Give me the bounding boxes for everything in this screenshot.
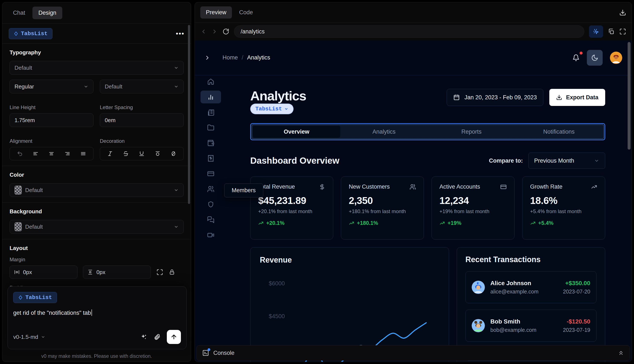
expand-margin-icon[interactable] — [156, 269, 163, 276]
tab-preview[interactable]: Preview — [200, 6, 232, 18]
chevron-down-icon — [594, 158, 599, 164]
url-input[interactable]: /analytics — [234, 25, 584, 38]
composer-input[interactable]: get rid of the "notifications" tab — [13, 310, 181, 316]
font-family-select[interactable]: Default — [10, 61, 184, 74]
download-icon[interactable] — [619, 9, 626, 16]
tab-overview[interactable]: Overview — [253, 126, 340, 138]
credit-card-icon — [207, 170, 214, 177]
sidebar-item-wallet[interactable] — [200, 136, 221, 150]
tab-design[interactable]: Design — [33, 6, 62, 19]
sidebar-item-messages[interactable] — [200, 213, 221, 226]
chevron-down-icon — [41, 334, 46, 339]
forward-icon[interactable] — [211, 28, 218, 35]
date-range-button[interactable]: Jan 20, 2023 - Feb 09, 2023 — [447, 89, 543, 106]
component-label-pill[interactable]: TabsList — [250, 104, 293, 114]
sidebar-item-video[interactable] — [200, 229, 221, 242]
transaction-amount: -$120.50 — [563, 318, 590, 325]
export-data-button[interactable]: Export Data — [549, 89, 605, 106]
chat-composer[interactable]: TabsList get rid of the "notifications" … — [8, 286, 187, 349]
trending-up-icon — [258, 220, 264, 226]
margin-x-input[interactable]: 0px — [10, 266, 78, 279]
sidebar-item-files[interactable] — [200, 121, 221, 134]
align-right-icon[interactable] — [64, 151, 70, 157]
preview-code-tabbar: Preview Code — [195, 2, 632, 23]
preview-viewport: Home / Analytics — [195, 40, 632, 362]
users-icon — [410, 184, 416, 190]
compare-select[interactable]: Previous Month — [528, 152, 605, 169]
letter-spacing-input[interactable]: 0em — [100, 114, 184, 127]
background-select[interactable]: Default — [10, 220, 184, 234]
strikethrough-icon[interactable] — [123, 151, 129, 157]
stats-grid: Total Revenue $45,231.89 +20.1% from las… — [250, 176, 605, 240]
sidebar-item-security[interactable] — [200, 198, 221, 211]
sidebar-item-analytics[interactable] — [200, 90, 221, 103]
avatar-image — [610, 52, 622, 64]
folder-icon — [207, 124, 214, 131]
copy-icon[interactable] — [608, 28, 614, 35]
tab-chat[interactable]: Chat — [7, 6, 31, 19]
select-cursor-button[interactable] — [589, 25, 603, 38]
decoration-toolbar — [100, 147, 184, 160]
lock-margin-icon[interactable] — [169, 269, 175, 275]
left-panel-scrollbar[interactable] — [188, 25, 190, 204]
transaction-row[interactable]: Alice Johnson alice@example.com +$350.00… — [465, 271, 596, 303]
fullscreen-icon[interactable] — [619, 28, 626, 35]
back-icon[interactable] — [200, 28, 207, 35]
align-left-icon[interactable] — [33, 151, 39, 157]
breadcrumb-home[interactable]: Home — [222, 54, 238, 61]
console-bar[interactable]: Console — [196, 345, 630, 360]
revenue-chart-card: Revenue $6000 $4500 $3000 — [250, 247, 449, 362]
sidebar-item-news[interactable] — [200, 106, 221, 119]
sidebar-item-home[interactable] — [200, 75, 221, 88]
letter-spacing-label: Letter Spacing — [100, 104, 184, 110]
sidebar-item-invoices[interactable] — [200, 152, 221, 165]
notifications-button[interactable] — [572, 54, 580, 62]
tab-analytics[interactable]: Analytics — [340, 126, 428, 138]
tab-code[interactable]: Code — [234, 6, 258, 18]
align-justify-icon[interactable] — [80, 151, 86, 157]
sparkles-icon[interactable] — [140, 334, 147, 340]
stat-card-growth-rate[interactable]: Growth Rate 18.6% +5.4% from last month … — [522, 176, 605, 240]
line-height-input[interactable]: 1.75rem — [10, 114, 93, 127]
chevron-down-icon — [284, 107, 288, 111]
underline-icon[interactable] — [139, 151, 145, 157]
font-weight-select[interactable]: Regular — [10, 80, 93, 93]
tab-notifications[interactable]: Notifications — [515, 126, 603, 138]
sidebar-toggle-icon[interactable] — [204, 54, 211, 61]
selected-component-badge[interactable]: TabsList — [9, 28, 53, 39]
undo-icon[interactable] — [17, 151, 23, 157]
more-options-icon[interactable]: ••• — [176, 30, 185, 37]
color-select[interactable]: Default — [10, 183, 184, 197]
overline-icon[interactable] — [155, 151, 161, 157]
color-section: Color Default — [2, 166, 191, 203]
none-slash-icon[interactable] — [170, 151, 176, 157]
stat-card-active-accounts[interactable]: Active Accounts 12,234 +19% from last mo… — [432, 176, 515, 240]
preview-scrollbar[interactable] — [627, 42, 630, 150]
transaction-email: bob@example.com — [490, 327, 536, 333]
align-center-icon[interactable] — [49, 151, 54, 157]
user-avatar[interactable] — [610, 52, 622, 64]
sidebar-tooltip: Members — [224, 184, 263, 197]
avatar — [472, 281, 485, 294]
typography-heading: Typography — [10, 49, 184, 56]
tab-reports[interactable]: Reports — [428, 126, 515, 138]
transactions-title: Recent Transactions — [465, 255, 596, 264]
chevrons-up-icon[interactable] — [618, 350, 624, 356]
margin-y-input[interactable]: 0px — [83, 266, 151, 279]
send-button[interactable] — [167, 330, 181, 344]
sidebar-item-payments[interactable] — [200, 167, 221, 180]
sidebar-item-members[interactable] — [200, 183, 221, 196]
transparent-swatch-icon — [15, 186, 22, 194]
paperclip-icon[interactable] — [154, 334, 160, 340]
theme-toggle-button[interactable] — [587, 50, 603, 66]
font-size-select[interactable]: Default — [100, 80, 184, 93]
transaction-row[interactable]: Bob Smith bob@example.com -$120.50 2023-… — [465, 310, 596, 342]
decoration-label: Decoration — [100, 138, 184, 144]
italic-icon[interactable] — [107, 151, 113, 157]
layout-heading: Layout — [10, 245, 184, 252]
model-select[interactable]: v0-1.5-md — [13, 334, 46, 340]
composer-context-badge[interactable]: TabsList — [13, 292, 57, 303]
stat-card-new-customers[interactable]: New Customers 2,350 +180.1% from last mo… — [341, 176, 424, 240]
refresh-icon[interactable] — [222, 28, 229, 35]
transaction-name: Alice Johnson — [490, 280, 538, 287]
